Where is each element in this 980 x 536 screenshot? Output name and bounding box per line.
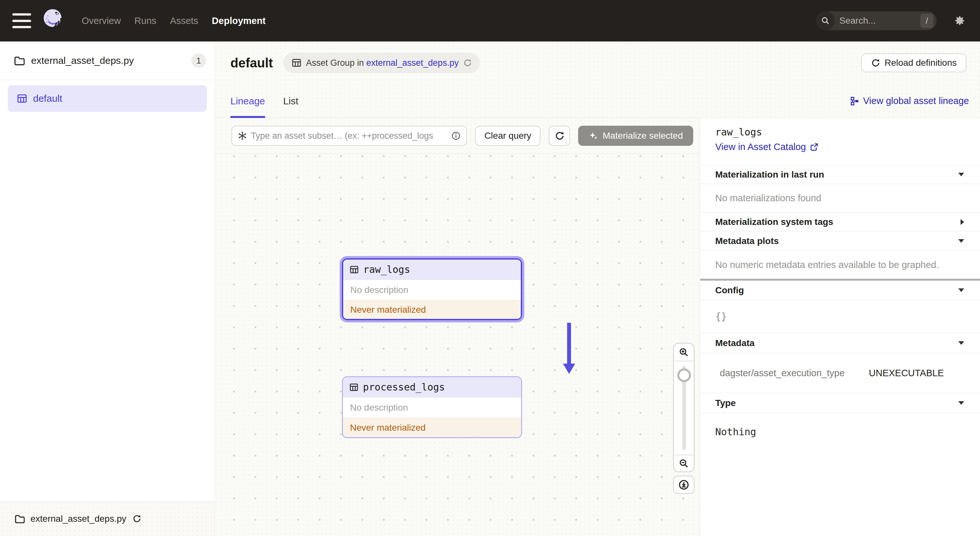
breadcrumb-prefix: Asset Group in: [306, 58, 366, 68]
reload-definitions-button[interactable]: Reload definitions: [861, 54, 966, 72]
metadata-plots-empty-message: No numeric metadata entries available to…: [700, 251, 980, 279]
chevron-down-icon: [958, 172, 964, 177]
metadata-value: UNEXECUTABLE: [869, 368, 944, 379]
top-nav-bar: Overview Runs Assets Deployment Search..…: [0, 0, 980, 41]
tab-list[interactable]: List: [283, 84, 299, 118]
footer-code-location-label: external_asset_deps.py: [30, 514, 126, 524]
refresh-icon: [555, 131, 564, 141]
section-label: Materialization in last run: [715, 170, 824, 180]
search-icon: [816, 11, 835, 30]
section-label: Type: [715, 398, 736, 408]
asset-name: raw_logs: [363, 264, 410, 275]
asset-description: No description: [343, 397, 521, 418]
hamburger-menu-icon[interactable]: [12, 13, 31, 28]
breadcrumb-code-location-link[interactable]: external_asset_deps.py: [366, 58, 458, 68]
external-link-icon: [810, 143, 819, 151]
metadata-key: dagster/asset_execution_type: [720, 368, 869, 379]
chevron-down-icon: [958, 288, 964, 292]
global-lineage-label: View global asset lineage: [863, 95, 969, 106]
asset-status: Never materialized: [343, 300, 521, 319]
settings-gear-icon[interactable]: [953, 14, 966, 27]
section-header-materialization-last-run[interactable]: Materialization in last run: [700, 165, 980, 184]
section-header-type[interactable]: Type: [700, 393, 980, 413]
chevron-down-icon: [958, 401, 964, 405]
lineage-graph-viewport[interactable]: raw_logs No description Never materializ…: [215, 154, 700, 536]
tabs-bar: Lineage List View global asset lineage: [215, 84, 980, 118]
table-icon: [350, 265, 359, 274]
asset-subset-query-input[interactable]: Type an asset subset… (ex: ++processed_l…: [231, 126, 467, 146]
view-in-asset-catalog-link[interactable]: View in Asset Catalog: [715, 142, 980, 152]
type-value: Nothing: [700, 413, 980, 450]
nav-item-assets[interactable]: Assets: [170, 16, 198, 26]
chevron-down-icon: [958, 239, 964, 243]
search-input[interactable]: Search... /: [816, 11, 937, 30]
section-label: Config: [715, 285, 744, 296]
folder-icon: [14, 514, 25, 524]
asset-group-icon: [17, 93, 27, 104]
nav-links: Overview Runs Assets Deployment: [82, 16, 266, 26]
asset-group-icon: [292, 58, 301, 68]
zoom-in-icon: [679, 347, 689, 357]
config-value: {}: [700, 300, 980, 333]
fit-view-icon: [678, 479, 689, 490]
lineage-graph-section: Type an asset subset… (ex: ++processed_l…: [215, 118, 700, 536]
materialize-selected-button[interactable]: Materialize selected: [578, 126, 693, 146]
asset-name: processed_logs: [363, 382, 445, 393]
section-label: Metadata: [715, 338, 754, 348]
fit-view-button[interactable]: [673, 476, 695, 494]
reload-definitions-label: Reload definitions: [885, 58, 957, 68]
main-area: default Asset Group in external_asset_de…: [215, 41, 980, 536]
page-title: default: [231, 56, 273, 70]
search-shortcut-key: /: [920, 14, 933, 28]
view-global-asset-lineage-link[interactable]: View global asset lineage: [850, 95, 969, 106]
zoom-out-button[interactable]: [674, 455, 694, 471]
clear-query-button[interactable]: Clear query: [475, 126, 541, 146]
chevron-down-icon: [958, 341, 964, 345]
zoom-slider[interactable]: [674, 361, 694, 455]
tab-lineage[interactable]: Lineage: [231, 84, 265, 118]
nav-item-overview[interactable]: Overview: [82, 16, 121, 26]
asset-node-raw-logs[interactable]: raw_logs No description Never materializ…: [342, 258, 522, 320]
section-label: Metadata plots: [715, 236, 779, 246]
sidebar-item-code-location[interactable]: external_asset_deps.py 1: [0, 41, 215, 80]
panel-asset-name: raw_logs: [715, 126, 980, 138]
group-label: default: [33, 93, 62, 104]
op-selector-icon: [238, 131, 247, 140]
section-header-metadata-plots[interactable]: Metadata plots: [700, 231, 980, 251]
zoom-in-button[interactable]: [674, 344, 694, 361]
zoom-slider-knob[interactable]: [677, 369, 691, 382]
section-label: Materialization system tags: [715, 217, 833, 227]
metadata-row: dagster/asset_execution_type UNEXECUTABL…: [700, 353, 980, 393]
code-location-label: external_asset_deps.py: [31, 55, 134, 66]
info-icon[interactable]: [452, 131, 460, 140]
asset-status: Never materialized: [343, 418, 521, 437]
asset-group-breadcrumb: Asset Group in external_asset_deps.py: [283, 52, 480, 73]
reload-location-icon[interactable]: [132, 514, 141, 523]
sidebar-footer: external_asset_deps.py: [0, 501, 215, 536]
refresh-graph-button[interactable]: [549, 126, 570, 146]
dagster-logo-icon[interactable]: [40, 7, 66, 34]
refresh-group-icon[interactable]: [463, 59, 471, 67]
last-run-empty-message: No materializations found: [700, 184, 980, 213]
zoom-controls: [673, 343, 695, 472]
page-header: default Asset Group in external_asset_de…: [215, 41, 980, 84]
lineage-edge-arrow: [563, 323, 575, 375]
section-header-config[interactable]: Config: [700, 281, 980, 300]
nav-item-runs[interactable]: Runs: [135, 16, 156, 26]
lineage-graph-icon: [850, 97, 859, 106]
refresh-icon: [871, 58, 880, 67]
chevron-right-icon: [960, 219, 964, 225]
asset-description: No description: [343, 280, 521, 300]
materialize-selected-label: Materialize selected: [603, 130, 683, 141]
nav-item-deployment[interactable]: Deployment: [212, 16, 266, 26]
sidebar-item-default-group[interactable]: default: [8, 85, 207, 112]
catalog-link-label: View in Asset Catalog: [715, 142, 806, 152]
sidebar: external_asset_deps.py 1 default externa…: [0, 41, 215, 536]
section-header-metadata[interactable]: Metadata: [700, 333, 980, 353]
section-header-materialization-system-tags[interactable]: Materialization system tags: [700, 213, 980, 231]
zoom-out-icon: [679, 458, 689, 468]
graph-toolbar: Type an asset subset… (ex: ++processed_l…: [215, 118, 700, 154]
panel-title-block: raw_logs View in Asset Catalog: [700, 118, 980, 165]
asset-node-processed-logs[interactable]: processed_logs No description Never mate…: [342, 376, 522, 438]
table-icon: [349, 383, 358, 392]
